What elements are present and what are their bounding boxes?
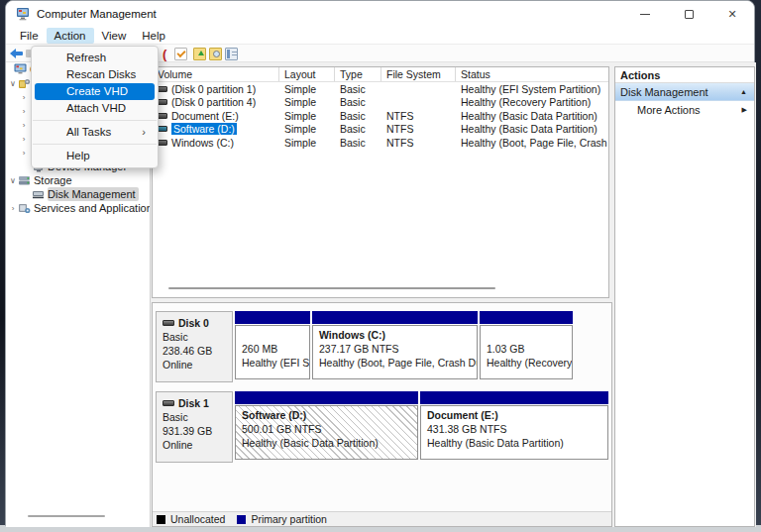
tree-item-label: Storage <box>34 174 72 186</box>
disk-management-icon <box>32 188 45 200</box>
partition-document-e[interactable]: Document (E:) 431.38 GB NTFS Healthy (Ba… <box>420 391 608 460</box>
disk-size: 238.46 GB <box>163 344 232 358</box>
menu-file[interactable]: File <box>12 28 47 44</box>
tree-item-services-and-applications[interactable]: › Services and Applications <box>6 201 150 215</box>
storage-icon <box>18 174 31 186</box>
disk-icon <box>163 320 174 326</box>
partition-title: Document (E:) <box>427 408 607 422</box>
maximize-button[interactable] <box>667 1 710 27</box>
partition-windows-c[interactable]: Windows (C:) 237.17 GB NTFS Healthy (Boo… <box>312 311 478 379</box>
collapse-icon[interactable]: ▲ <box>740 88 747 95</box>
volume-type: Basic <box>335 96 381 108</box>
volume-layout: Simple <box>279 110 335 122</box>
volume-name: Software (D:) <box>171 123 237 135</box>
volume-fs: NTFS <box>381 123 456 135</box>
volume-type: Basic <box>335 110 381 122</box>
minimize-button[interactable] <box>623 1 667 27</box>
partition-status: Healthy (Recovery P <box>487 356 572 370</box>
volume-layout: Simple <box>279 96 335 108</box>
tree-item-label: Services and Applications <box>34 202 151 214</box>
chevron-right-icon[interactable]: › <box>8 204 18 213</box>
partition-recovery[interactable]: 1.03 GB Healthy (Recovery P <box>480 311 573 379</box>
disk-icon <box>163 400 174 406</box>
volume-horizontal-scrollbar[interactable] <box>168 287 495 289</box>
menu-separator <box>33 144 157 145</box>
unallocated-swatch <box>157 515 165 524</box>
actions-header: Actions <box>615 67 754 83</box>
partition-size: 431.38 GB NTFS <box>427 422 607 436</box>
menu-help[interactable]: Help <box>134 28 173 44</box>
volume-status: Healthy (Basic Data Partition) <box>456 123 608 135</box>
actions-disk-management-section[interactable]: Disk Management ▲ <box>615 83 754 101</box>
menu-item-help[interactable]: Help <box>35 148 155 164</box>
chevron-right-icon[interactable]: › <box>19 121 29 130</box>
volume-row[interactable]: Windows (C:) Simple Basic NTFS Healthy (… <box>153 136 608 150</box>
chevron-right-icon[interactable]: › <box>19 149 29 158</box>
chevron-right-icon[interactable]: › <box>19 93 29 102</box>
menu-view[interactable]: View <box>94 28 135 44</box>
volume-row-selected[interactable]: Software (D:) Simple Basic NTFS Healthy … <box>153 123 608 137</box>
partition-software-d-selected[interactable]: Software (D:) 500.01 GB NTFS Healthy (Ba… <box>235 391 418 460</box>
tree-item-storage[interactable]: ∨ Storage <box>6 173 150 187</box>
menu-item-create-vhd[interactable]: Create VHD <box>35 83 155 100</box>
partition-status: Healthy (Basic Data Partition) <box>427 436 607 450</box>
legend-label: Primary partition <box>251 513 326 525</box>
partition-size: 260 MB <box>242 342 309 356</box>
tree-horizontal-scrollbar[interactable] <box>28 515 105 517</box>
volume-row[interactable]: (Disk 0 partition 1) Simple Basic Health… <box>153 82 608 96</box>
partition-status: Healthy (Basic Data Partition) <box>242 436 417 450</box>
title-bar: Computer Management ✕ <box>6 1 754 27</box>
partition-size: 500.01 GB NTFS <box>242 422 417 436</box>
properties-icon[interactable] <box>174 48 187 60</box>
menu-action[interactable]: Action <box>47 28 94 44</box>
menu-item-rescan-disks[interactable]: Rescan Disks <box>35 66 155 83</box>
more-actions-label: More Actions <box>637 104 701 116</box>
action-dropdown-menu: Refresh Rescan Disks Create VHD Attach V… <box>31 46 159 168</box>
column-header-status[interactable]: Status <box>456 67 608 81</box>
up-one-level-icon[interactable] <box>193 48 206 60</box>
volume-type: Basic <box>335 137 381 149</box>
volume-status: Healthy (Recovery Partition) <box>456 96 608 108</box>
partition-color-bar <box>480 311 573 324</box>
disk-name: Disk 0 <box>178 316 209 330</box>
help-partial-icon[interactable]: ( <box>163 47 166 61</box>
chevron-right-icon[interactable]: › <box>19 135 29 144</box>
browse-folder-icon[interactable] <box>209 48 222 60</box>
disk-size: 931.39 GB <box>163 424 232 438</box>
partition-color-bar <box>235 311 310 324</box>
disk-0-label[interactable]: Disk 0 Basic 238.46 GB Online <box>156 311 233 382</box>
legend-label: Unallocated <box>170 513 225 525</box>
back-icon[interactable] <box>10 48 24 59</box>
chevron-right-icon[interactable]: › <box>19 107 29 116</box>
volume-fs: NTFS <box>381 137 456 149</box>
partition-color-bar <box>420 391 608 404</box>
disk-name: Disk 1 <box>178 396 209 410</box>
volume-row[interactable]: Document (E:) Simple Basic NTFS Healthy … <box>153 109 608 123</box>
disk-1-label[interactable]: Disk 1 Basic 931.39 GB Online <box>156 391 233 463</box>
tree-item-label: Disk Management <box>48 188 136 200</box>
tree-item-disk-management[interactable]: Disk Management <box>6 187 150 201</box>
close-button[interactable]: ✕ <box>710 1 754 27</box>
menu-item-attach-vhd[interactable]: Attach VHD <box>35 100 155 117</box>
chevron-down-icon[interactable]: ∨ <box>8 176 18 185</box>
disk-graphics-pane: Disk 0 Basic 238.46 GB Online 260 MB Hea… <box>152 302 612 527</box>
computer-management-window: Computer Management ✕ File Action View H… <box>5 0 755 526</box>
actions-pane: Actions Disk Management ▲ More Actions ▶ <box>614 66 755 527</box>
column-header-file-system[interactable]: File System <box>381 67 456 81</box>
volume-layout: Simple <box>279 123 335 135</box>
window-title: Computer Management <box>37 8 157 20</box>
window-controls: ✕ <box>623 1 754 27</box>
chevron-down-icon[interactable]: ∨ <box>8 79 18 88</box>
volume-row[interactable]: (Disk 0 partition 4) Simple Basic Health… <box>153 96 608 110</box>
volume-status: Healthy (Basic Data Partition) <box>456 110 608 122</box>
menu-item-label: All Tasks <box>66 126 111 138</box>
menu-item-refresh[interactable]: Refresh <box>35 50 155 66</box>
column-header-volume[interactable]: Volume <box>153 67 279 81</box>
partition-efi[interactable]: 260 MB Healthy (EFI Sys <box>235 311 310 379</box>
column-header-layout[interactable]: Layout <box>279 67 335 81</box>
volume-type: Basic <box>335 83 381 95</box>
menu-item-all-tasks[interactable]: All Tasks › <box>35 124 155 141</box>
more-actions-item[interactable]: More Actions ▶ <box>615 101 754 118</box>
console-tree-icon[interactable] <box>225 48 238 60</box>
column-header-type[interactable]: Type <box>335 67 381 81</box>
